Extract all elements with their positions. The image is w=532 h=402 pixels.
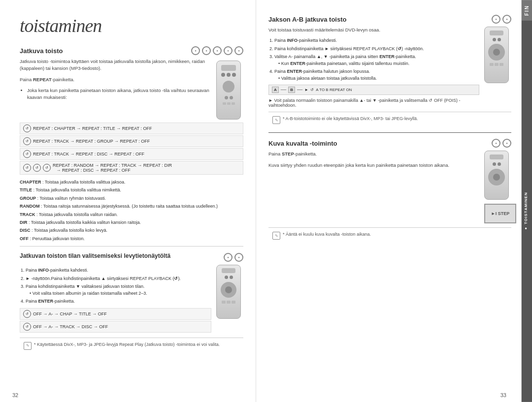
note-text-1: * Käytettäessä DivX-, MP3- ja JPEG-levyj… — [34, 342, 220, 347]
repeat-row-4: ↺ ↺ ↺ REPEAT : RANDOM → REPEAT : TRACK →… — [20, 161, 243, 175]
ab-repeat-icon: ↺ — [310, 88, 314, 92]
r-step4: Paina ENTER-painiketta halutun jakson lo… — [274, 68, 479, 82]
section2-header: Jatkuvan toiston tilan valitsemiseksi le… — [20, 252, 243, 262]
r-step1: Paina INFO-painiketta kahdesti. — [274, 37, 479, 44]
disc-icon-r2-2: ● — [502, 139, 511, 148]
disc-icon-r1-2: ● — [502, 15, 511, 24]
divider-1 — [20, 246, 243, 247]
definition-list: CHAPTER : Toistaa jatkuvalla toistolla v… — [20, 179, 243, 242]
repeat-row-2-text: REPEAT : TRACK → REPEAT : GROUP → REPEAT… — [33, 139, 150, 144]
repeat-circle-2: ↺ — [23, 137, 31, 145]
ab-spacer1: ── — [281, 88, 286, 92]
repeat-row-4-text: REPEAT : RANDOM → REPEAT : TRACK → REPEA… — [53, 163, 172, 173]
kuva-body: Kuva siirtyy yhden ruudun eteenpäin joka… — [268, 162, 479, 169]
right-section1-header: Jakson A-B jatkuva toisto ● ● — [268, 15, 511, 24]
right-section2-title: Kuva kuvalta -toiminto — [268, 140, 337, 147]
content-columns: toistaminen Jatkuva toisto ● ● ● ● ● J — [0, 0, 532, 402]
right-section2-content: Paina STEP-painiketta. Kuva siirtyy yhde… — [268, 151, 511, 223]
right-section1-intro: Voit toistaa toistuvasti määritelemäsi D… — [268, 27, 479, 33]
repeat-circle-4c: ↺ — [43, 164, 51, 172]
repeat-row-1: ↺ REPEAT : CHAPTER → REPEAT : TITLE → RE… — [20, 123, 243, 134]
flow-row-1: ↺ OFF → A- → CHAP → TITLE → OFF — [20, 308, 211, 320]
page-title: toistaminen — [20, 15, 243, 36]
note-text-r1: * A-B-toistotoiminto ei ole käytettäviss… — [283, 116, 418, 121]
def-dir: DIR : Toistaa jatkuvalla toistolla kaikk… — [20, 219, 243, 226]
right-section-divider — [268, 132, 511, 133]
note-icon-kuva: ✎ — [272, 232, 280, 240]
ab-label: A TO B REPEAT ON — [316, 88, 352, 92]
right-section1-note2: ✎ * A-B-toistotoiminto ei ole käytettävi… — [268, 112, 511, 126]
repeat-boxes-group: ↺ REPEAT : CHAPTER → REPEAT : TITLE → RE… — [20, 123, 243, 175]
toistaminen-tab: ● TOISTAMINEN — [522, 21, 532, 402]
b-marker: B — [288, 87, 295, 93]
section2-steps: Paina INFO-painiketta kahdesti. ► -näytt… — [20, 267, 211, 305]
def-title: TITLE : Toistaa jatkuvalla toistolla val… — [20, 186, 243, 193]
step2-3: Paina kohdistinpainiketta ▼ valitaksesi … — [26, 283, 211, 297]
flow-row-2-text: OFF → A- → TRACK → DISC → OFF — [33, 324, 108, 329]
def-track: TRACK : Toistaa jatkuvalla toistolla val… — [20, 211, 243, 218]
right-column: Jakson A-B jatkuva toisto ● ● Voit toist… — [256, 0, 521, 402]
disc-icon-1: ● — [191, 46, 200, 55]
section1-body: Jatkuva toisto -toimintoa käyttäen voit … — [20, 58, 211, 72]
flow-circle-2: ↺ — [23, 323, 31, 331]
note-text-kuva: * Ääntä ei kuulu kuva kuvalta -toiston a… — [283, 232, 371, 237]
right-section1-title: Jakson A-B jatkuva toisto — [268, 16, 346, 23]
note-icon-1: ✎ — [24, 342, 32, 350]
disc-icon-5: ● — [234, 46, 243, 55]
section2: Jatkuvan toiston tilan valitsemiseksi le… — [20, 252, 243, 352]
step-display: ►I STEP — [484, 204, 516, 223]
kuva-intro: Paina STEP-painiketta. — [268, 151, 479, 157]
right-section1-content: Voit toistaa toistuvasti määritelemäsi D… — [268, 27, 511, 108]
repeat-circle-4a: ↺ — [23, 164, 31, 172]
disc-icon-r1-1: ● — [492, 15, 500, 24]
press-label: Paina REPEAT-painiketta. — [20, 76, 211, 83]
r-step2: Paina kohdistinpainiketta ► siirtyäksesi… — [274, 46, 479, 53]
right-section2-icons: ● ● — [492, 139, 511, 148]
repeat-row-3-text: REPEAT : TRACK → REPEAT : DISC → REPEAT … — [33, 152, 144, 156]
ab-play-icon: ► — [304, 88, 308, 92]
flow-circle-1: ↺ — [23, 310, 31, 318]
right-section1: Jakson A-B jatkuva toisto ● ● Voit toist… — [268, 15, 511, 126]
section1-header: Jatkuva toisto ● ● ● ● ● — [20, 46, 243, 55]
disc-icon-2: ● — [202, 46, 211, 55]
page-number-right: 33 — [500, 392, 506, 398]
section2-title: Jatkuvan toiston tilan valitsemiseksi le… — [20, 252, 170, 259]
def-chapter: CHAPTER : Toistaa jatkuvalla toistolla v… — [20, 179, 243, 186]
ab-indicator: A ── B ── ► ↺ A TO B REPEAT ON — [268, 85, 479, 95]
page-number-left: 32 — [12, 392, 18, 398]
fin-tab: FIN — [522, 0, 532, 21]
right-section1-icons: ● ● — [492, 15, 511, 24]
step2-1: Paina INFO-painiketta kahdesti. — [26, 267, 211, 274]
def-group: GROUP : Toistaa valitun ryhmän toistuvas… — [20, 195, 243, 202]
remote-image-1 — [216, 61, 241, 120]
kuva-note: ✎ * Ääntä ei kuulu kuva kuvalta -toiston… — [268, 227, 511, 242]
right-section2-header: Kuva kuvalta -toiminto ● ● — [268, 139, 511, 148]
a-marker: A — [272, 87, 279, 93]
section2-note: ✎ * Käytettäessä DivX-, MP3- ja JPEG-lev… — [20, 338, 243, 352]
def-random: RANDOM : Toistaa raitoja satunnaisessa j… — [20, 203, 243, 210]
page-container: toistaminen Jatkuva toisto ● ● ● ● ● J — [0, 0, 532, 402]
disc-icon-r2-1: ● — [492, 139, 500, 148]
main-content: toistaminen Jatkuva toisto ● ● ● ● ● J — [0, 0, 532, 402]
left-column: toistaminen Jatkuva toisto ● ● ● ● ● J — [0, 0, 256, 402]
repeat-row-2: ↺ REPEAT : TRACK → REPEAT : GROUP → REPE… — [20, 135, 243, 147]
remote-image-2 — [216, 265, 243, 319]
note-icon-r1: ✎ — [272, 116, 280, 124]
r-step3: Valitse A- painamalla ▲, ▼ -painiketta j… — [274, 54, 479, 67]
flow-row-2: ↺ OFF → A- → TRACK → DISC → OFF — [20, 321, 211, 333]
step2-2: ► -näyttöön.Paina kohdistinpainiketta ▲ … — [26, 276, 211, 282]
repeat-circle-1: ↺ — [23, 124, 31, 132]
disc-icon-s2-2: ● — [234, 253, 243, 262]
repeat-row-3: ↺ REPEAT : TRACK → REPEAT : DISC → REPEA… — [20, 148, 243, 160]
repeat-circle-4b: ↺ — [33, 164, 41, 172]
def-off: OFF : Peruuttaa jatkuvan toiston. — [20, 235, 243, 242]
remote-image-kuva: ►I STEP — [484, 151, 511, 223]
right-section1-steps: Paina INFO-painiketta kahdesti. Paina ko… — [268, 37, 479, 82]
disc-icon-4: ● — [224, 46, 233, 55]
remote-image-r1 — [484, 27, 511, 83]
section2-content: Paina INFO-painiketta kahdesti. ► -näytt… — [20, 265, 243, 334]
section2-icons: ● ● — [224, 253, 243, 262]
ab-spacer2: ── — [297, 88, 302, 92]
step2-4: Paina ENTER-painiketta. — [26, 298, 211, 305]
disc-icon-s2-1: ● — [224, 253, 233, 262]
